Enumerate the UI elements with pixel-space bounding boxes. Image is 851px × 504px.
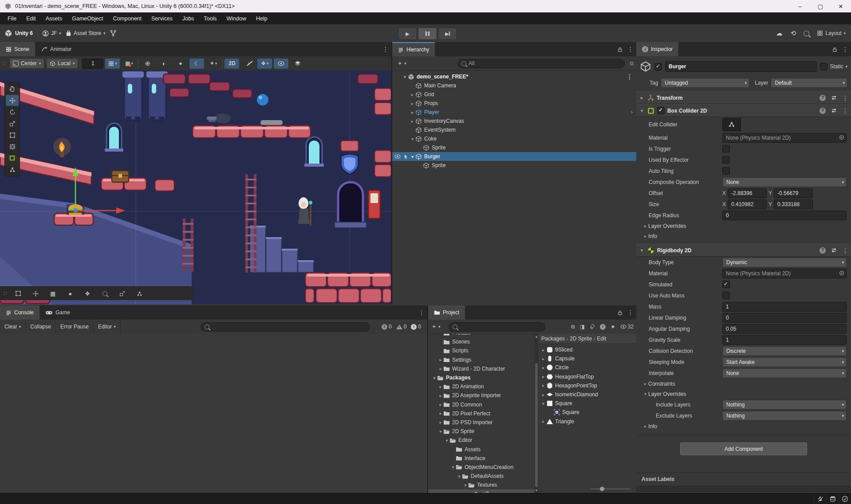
material-object-field[interactable]: None (Physics Material 2D) bbox=[722, 133, 847, 143]
menu-help[interactable]: Help bbox=[251, 16, 272, 22]
transform-component-header[interactable]: Transform bbox=[636, 91, 851, 104]
angular-damping-field[interactable]: 0.05 bbox=[722, 324, 847, 334]
circle-brush-icon[interactable]: ● bbox=[63, 289, 78, 299]
layer-overrides-foldout[interactable]: Layer Overrides bbox=[636, 389, 851, 399]
menu-gameobject[interactable]: GameObject bbox=[67, 16, 108, 22]
offset-x-field[interactable]: -2.88396 bbox=[728, 188, 767, 198]
console-log-area[interactable] bbox=[0, 334, 427, 493]
asset-capsule[interactable]: Capsule bbox=[539, 354, 636, 363]
help-icon[interactable] bbox=[819, 108, 826, 114]
console-search-input[interactable] bbox=[201, 322, 370, 332]
linear-damping-field[interactable]: 0 bbox=[722, 313, 847, 323]
component-menu-icon[interactable] bbox=[842, 94, 848, 102]
component-menu-icon[interactable] bbox=[842, 107, 848, 114]
filter-by-type-icon[interactable]: ◨ bbox=[580, 324, 585, 330]
audio-mute-toggle[interactable]: ♪ bbox=[241, 59, 256, 69]
folder-objectmenucreation[interactable]: ObjectMenuCreation bbox=[428, 463, 535, 472]
asset-store-menu[interactable]: Asset Store▾ bbox=[66, 30, 106, 37]
visible-items-count[interactable]: 32 bbox=[620, 324, 634, 330]
tab-inspector[interactable]: i Inspector bbox=[636, 42, 678, 56]
folder-2d-animation[interactable]: 2D Animation bbox=[428, 382, 535, 391]
simulated-checkbox[interactable] bbox=[722, 281, 730, 288]
folder-wizard[interactable]: Wizard - 2D Character bbox=[428, 364, 535, 373]
hierarchy-item-main-camera[interactable]: Main Camera bbox=[392, 81, 636, 90]
tile-brush-icon[interactable]: ▦ bbox=[46, 289, 60, 299]
scale-tool[interactable] bbox=[6, 118, 19, 129]
bug-muted-icon[interactable] bbox=[814, 493, 826, 504]
lock-icon[interactable] bbox=[617, 47, 623, 52]
hierarchy-panel-menu-icon[interactable] bbox=[627, 46, 634, 53]
project-panel-menu-icon[interactable] bbox=[627, 309, 634, 316]
warning-count-badge[interactable]: 0 bbox=[396, 324, 407, 330]
offset-y-field[interactable]: -0.56679 bbox=[774, 188, 813, 198]
tab-animator[interactable]: Animator bbox=[35, 42, 77, 56]
collision-detection-dropdown[interactable]: Discrete bbox=[722, 346, 847, 356]
info-count-badge[interactable]: !0 bbox=[382, 324, 392, 330]
project-tree-scrollbar[interactable]: ▲▼ bbox=[535, 334, 538, 493]
body-type-dropdown[interactable]: Dynamic bbox=[722, 258, 847, 267]
move-tool[interactable] bbox=[6, 95, 19, 106]
open-in-search-icon[interactable]: ⧉ bbox=[571, 324, 575, 330]
transform-tool[interactable] bbox=[6, 141, 19, 152]
box-collider-enabled-checkbox[interactable] bbox=[657, 107, 665, 114]
play-button[interactable]: ▶ bbox=[398, 27, 417, 40]
tab-game[interactable]: Game bbox=[39, 305, 76, 320]
static-dropdown-icon[interactable]: ▾ bbox=[845, 64, 847, 69]
folder-2d-pixel-perfect[interactable]: 2D Pixel Perfect bbox=[428, 409, 535, 418]
folder-assets[interactable]: Assets bbox=[428, 445, 535, 453]
lighting-toggle[interactable]: ● bbox=[173, 59, 188, 69]
use-auto-mass-checkbox[interactable] bbox=[722, 292, 730, 299]
lock-icon[interactable] bbox=[832, 47, 838, 52]
visibility-eye-icon[interactable] bbox=[394, 154, 401, 159]
menu-services[interactable]: Services bbox=[146, 16, 177, 22]
tab-console[interactable]: Console bbox=[0, 305, 39, 320]
composite-operation-dropdown[interactable]: None bbox=[722, 177, 847, 187]
eraser-icon[interactable] bbox=[115, 289, 130, 299]
scene-options-icon[interactable] bbox=[626, 73, 633, 80]
breadcrumb-edit[interactable]: Edit bbox=[597, 336, 606, 342]
joint-tool[interactable] bbox=[6, 164, 19, 175]
pickability-icon[interactable] bbox=[403, 154, 409, 160]
hierarchy-item-burger-sprite[interactable]: Sprite bbox=[392, 161, 636, 170]
constraints-foldout[interactable]: Constraints bbox=[636, 379, 851, 389]
step-button[interactable]: ▶ bbox=[438, 27, 457, 40]
rect-tool[interactable] bbox=[6, 129, 19, 141]
add-component-button[interactable]: Add Component bbox=[680, 442, 807, 455]
help-icon[interactable] bbox=[819, 247, 826, 254]
hidden-packages-icon[interactable]: ! bbox=[600, 324, 606, 330]
orientation-dropdown[interactable]: Local▾ bbox=[46, 58, 78, 69]
asset-hexagonpointtop[interactable]: HexagonPointTop bbox=[539, 381, 636, 390]
move-brush-icon[interactable] bbox=[28, 289, 43, 299]
favorites-star-icon[interactable]: ★ bbox=[611, 324, 615, 330]
thumbnail-zoom-slider[interactable] bbox=[590, 488, 630, 489]
pause-button[interactable] bbox=[418, 27, 437, 40]
hierarchy-item-coke-sprite[interactable]: Sprite bbox=[392, 143, 636, 152]
menu-jobs[interactable]: Jobs bbox=[177, 16, 199, 22]
scene-panel-menu-icon[interactable] bbox=[382, 46, 389, 53]
asset-isometricdiamond[interactable]: IsometricDiamond bbox=[539, 390, 636, 399]
asset-square-sprite[interactable]: Square bbox=[539, 408, 636, 417]
menu-file[interactable]: File bbox=[3, 16, 21, 22]
version-control-icon[interactable] bbox=[110, 30, 117, 37]
2d-mode-toggle[interactable]: 2D bbox=[225, 59, 239, 69]
menu-edit[interactable]: Edit bbox=[21, 16, 41, 22]
size-y-field[interactable]: 0.333188 bbox=[774, 199, 813, 209]
joints-icon[interactable] bbox=[132, 289, 147, 299]
snap-increment-toggle[interactable]: ▦▾ bbox=[122, 59, 136, 69]
scene-light-moon-toggle[interactable]: ☾ bbox=[189, 59, 204, 69]
collapse-button[interactable]: Collapse bbox=[26, 320, 56, 334]
hierarchy-search-input[interactable]: All bbox=[457, 59, 625, 68]
shading-mode-button[interactable]: ⊕ bbox=[140, 59, 155, 69]
is-trigger-checkbox[interactable] bbox=[722, 145, 730, 152]
hierarchy-item-burger[interactable]: Burger bbox=[392, 152, 636, 161]
folder-interface[interactable]: Interface bbox=[428, 454, 535, 463]
info-foldout[interactable]: Info bbox=[636, 421, 851, 431]
grid-snap-toggle[interactable]: ▾ bbox=[105, 59, 120, 69]
scene-visibility-toggle[interactable] bbox=[274, 59, 288, 69]
layout-menu[interactable]: Layout▾ bbox=[817, 30, 846, 36]
paint-bucket-icon[interactable]: ❖ bbox=[80, 289, 95, 299]
size-x-field[interactable]: 0.410982 bbox=[728, 199, 767, 209]
gameobject-name-field[interactable]: Burger bbox=[665, 61, 817, 72]
exclude-layers-dropdown[interactable]: Nothing bbox=[722, 411, 847, 421]
editor-dropdown[interactable]: Editor▾ bbox=[94, 320, 121, 334]
